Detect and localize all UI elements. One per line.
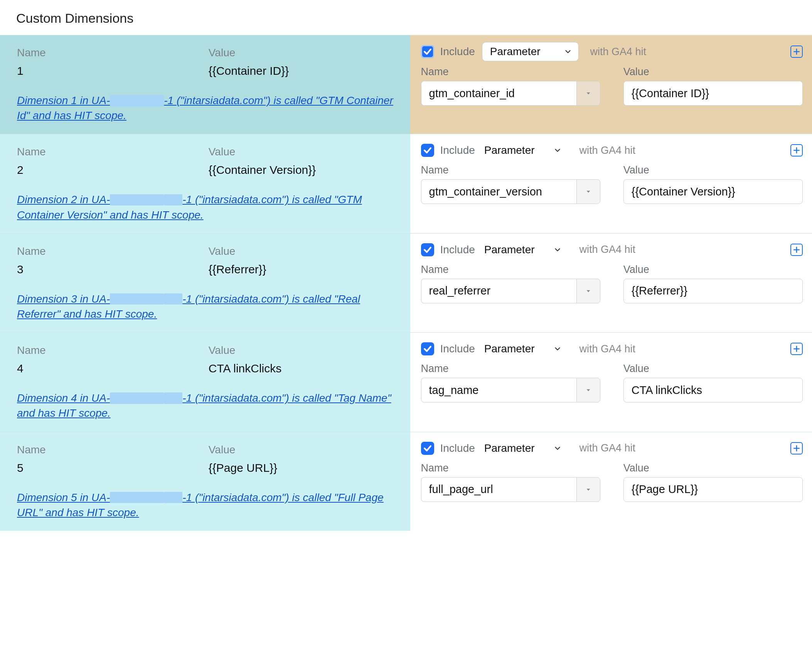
include-checkbox[interactable] xyxy=(421,342,434,355)
name-label: Name xyxy=(17,245,209,257)
param-name-input[interactable]: real_referrer xyxy=(421,279,576,303)
chevron-down-icon xyxy=(553,444,562,453)
value-label: Value xyxy=(209,344,400,357)
include-checkbox[interactable] xyxy=(421,45,434,58)
redacted-text xyxy=(164,194,182,205)
dimension-note-link[interactable]: Dimension 5 in UA--1 ("intarsiadata.com"… xyxy=(17,491,384,518)
dimension-row: Name 1 Value {{Container ID}} Dimension … xyxy=(0,35,812,134)
type-select[interactable]: Parameter xyxy=(482,439,568,458)
add-button[interactable] xyxy=(790,442,803,454)
type-select[interactable]: Parameter xyxy=(482,241,568,259)
add-button[interactable] xyxy=(790,244,803,256)
param-name-input[interactable]: full_page_url xyxy=(421,477,576,502)
dimension-row: Name 3 Value {{Referrer}} Dimension 3 in… xyxy=(0,233,812,332)
name-label: Name xyxy=(421,66,600,78)
include-label: Include xyxy=(440,144,475,157)
with-hit-label: with GA4 hit xyxy=(580,145,636,157)
param-value-input[interactable]: {{Container Version}} xyxy=(623,179,803,204)
dimension-index: 4 xyxy=(17,362,209,375)
redacted-text xyxy=(164,293,182,305)
param-value-input[interactable]: {{Container ID}} xyxy=(623,81,803,106)
page-title: Custom Dimensions xyxy=(0,11,812,35)
chevron-down-icon xyxy=(553,345,562,353)
value-label: Value xyxy=(209,47,400,59)
value-label: Value xyxy=(209,444,400,456)
with-hit-label: with GA4 hit xyxy=(580,244,636,256)
dimension-note: Dimension 4 in UA--1 ("intarsiadata.com"… xyxy=(17,390,400,421)
dimension-value: {{Container Version}} xyxy=(209,163,400,177)
dimension-note-link[interactable]: Dimension 1 in UA--1 ("intarsiadata.com"… xyxy=(17,94,393,121)
include-label: Include xyxy=(440,343,475,355)
ga4-panel: Include Parameter with GA4 hit Name gtm_… xyxy=(410,35,812,134)
dimension-row: Name 4 Value CTA linkClicks Dimension 4 … xyxy=(0,332,812,431)
value-label: Value xyxy=(623,164,803,176)
dimension-note-link[interactable]: Dimension 4 in UA--1 ("intarsiadata.com"… xyxy=(17,392,391,419)
dimension-row: Name 2 Value {{Container Version}} Dimen… xyxy=(0,134,812,233)
chevron-down-icon xyxy=(553,246,562,254)
param-name-input[interactable]: gtm_container_id xyxy=(421,81,576,106)
param-value-input[interactable]: {{Page URL}} xyxy=(623,477,803,502)
value-label: Value xyxy=(209,146,400,158)
type-select-value: Parameter xyxy=(490,45,541,58)
param-name-dropdown-button[interactable] xyxy=(576,477,600,502)
type-select[interactable]: Parameter xyxy=(482,141,568,160)
type-select-value: Parameter xyxy=(484,244,535,256)
ga4-panel: Include Parameter with GA4 hit Name tag_… xyxy=(410,333,812,431)
caret-down-icon xyxy=(585,90,592,97)
type-select-value: Parameter xyxy=(484,343,535,355)
dimension-note-link[interactable]: Dimension 2 in UA--1 ("intarsiadata.com"… xyxy=(17,194,362,220)
with-hit-label: with GA4 hit xyxy=(580,442,636,454)
dimension-value: {{Page URL}} xyxy=(209,461,400,475)
caret-down-icon xyxy=(585,288,592,295)
param-name-dropdown-button[interactable] xyxy=(576,279,600,303)
dimension-value: {{Referrer}} xyxy=(209,263,400,276)
include-checkbox[interactable] xyxy=(421,442,434,455)
dimension-note: Dimension 5 in UA--1 ("intarsiadata.com"… xyxy=(17,490,400,520)
svg-marker-5 xyxy=(586,191,590,193)
chevron-down-icon xyxy=(553,146,562,155)
param-name-dropdown-button[interactable] xyxy=(576,378,600,402)
svg-marker-2 xyxy=(586,93,590,94)
caret-down-icon xyxy=(585,188,592,195)
type-select[interactable]: Parameter xyxy=(482,340,568,358)
dimension-note-link[interactable]: Dimension 3 in UA--1 ("intarsiadata.com"… xyxy=(17,293,360,320)
include-label: Include xyxy=(440,244,475,256)
svg-marker-8 xyxy=(586,290,590,292)
type-select[interactable]: Parameter xyxy=(482,42,579,61)
dimension-value: {{Container ID}} xyxy=(209,64,400,77)
add-button[interactable] xyxy=(790,343,803,355)
type-select-value: Parameter xyxy=(484,144,535,157)
redacted-text xyxy=(110,194,164,205)
include-checkbox[interactable] xyxy=(421,144,434,157)
dimension-note: Dimension 2 in UA--1 ("intarsiadata.com"… xyxy=(17,192,400,222)
name-label: Name xyxy=(17,344,209,357)
svg-marker-14 xyxy=(586,488,590,490)
chevron-down-icon xyxy=(564,47,572,56)
redacted-text xyxy=(110,392,164,404)
dimension-row: Name 5 Value {{Page URL}} Dimension 5 in… xyxy=(0,432,812,531)
dimension-note: Dimension 3 in UA--1 ("intarsiadata.com"… xyxy=(17,291,400,321)
caret-down-icon xyxy=(585,387,592,394)
ua-panel: Name 1 Value {{Container ID}} Dimension … xyxy=(0,35,410,134)
redacted-text xyxy=(164,392,182,404)
type-select-value: Parameter xyxy=(484,442,535,454)
param-name-dropdown-button[interactable] xyxy=(576,81,600,106)
param-name-input[interactable]: tag_name xyxy=(421,378,576,402)
ga4-panel: Include Parameter with GA4 hit Name real… xyxy=(410,234,812,332)
with-hit-label: with GA4 hit xyxy=(590,46,647,58)
add-button[interactable] xyxy=(790,45,803,58)
value-label: Value xyxy=(623,363,803,375)
add-button[interactable] xyxy=(790,144,803,157)
dimension-index: 5 xyxy=(17,461,209,475)
include-checkbox[interactable] xyxy=(421,243,434,256)
param-name-input[interactable]: gtm_container_version xyxy=(421,179,576,204)
param-value-input[interactable]: {{Referrer}} xyxy=(623,279,803,303)
with-hit-label: with GA4 hit xyxy=(580,343,636,355)
svg-marker-11 xyxy=(586,389,590,391)
name-label: Name xyxy=(421,164,600,176)
name-label: Name xyxy=(421,363,600,375)
param-value-input[interactable]: CTA linkClicks xyxy=(623,378,803,402)
redacted-text xyxy=(164,492,182,503)
include-label: Include xyxy=(440,45,475,58)
param-name-dropdown-button[interactable] xyxy=(576,179,600,204)
